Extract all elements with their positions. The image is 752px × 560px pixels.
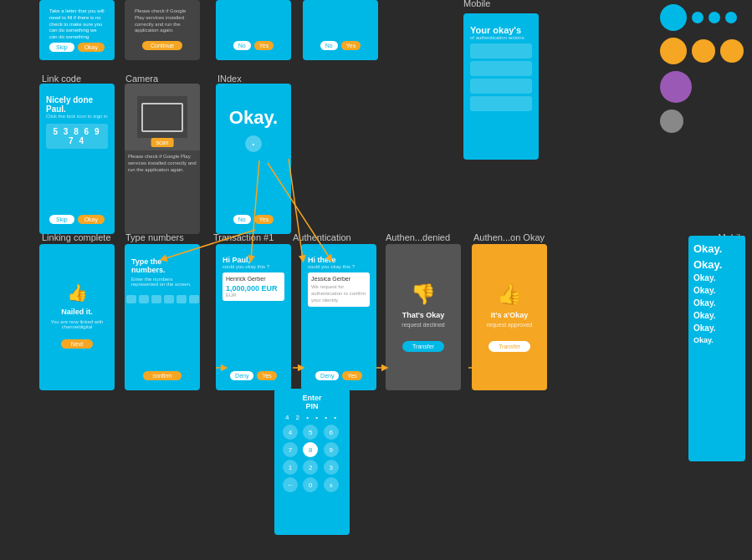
- pin-box: [139, 295, 149, 303]
- transaction-title: Hi Paul,: [223, 256, 284, 264]
- card-type-numbers: Type the numbers. Enter the numbers repr…: [125, 244, 200, 390]
- card-top-4: No Yes: [303, 0, 378, 60]
- thats-okay-title: That's Okay: [402, 311, 445, 319]
- pin-box: [176, 295, 187, 303]
- key-8[interactable]: 8: [303, 442, 318, 457]
- link-code-title: Nicely done Paul.: [46, 95, 108, 114]
- btn-yes-idx[interactable]: Yes: [254, 215, 274, 224]
- label-type-numbers: Type numbers: [125, 232, 184, 242]
- card-camera: scan Please check if Google Play service…: [125, 84, 200, 234]
- okay-line-7: Okay.: [693, 323, 740, 333]
- circle-gray: [660, 109, 683, 133]
- key-2[interactable]: 2: [303, 460, 318, 475]
- camera-btn[interactable]: scan: [151, 138, 174, 147]
- circle-yellow-3: [720, 39, 744, 63]
- index-dot: •: [245, 135, 262, 152]
- card-link-code: Nicely done Paul. Click the lock icon to…: [39, 84, 115, 234]
- btn-continue[interactable]: Continue: [142, 41, 182, 50]
- type-numbers-title: Type the numbers.: [131, 257, 193, 274]
- btn-transfer-okay[interactable]: Transfer: [489, 341, 530, 352]
- btn-okay-tr[interactable]: Yes: [257, 371, 276, 380]
- card-authen-denied: 👎 That's Okay request declined Transfer: [386, 244, 461, 390]
- pin-boxes-type: [126, 295, 199, 303]
- card-authen-okay: 👍 It's a'Okay request approved Transfer: [472, 244, 547, 390]
- okay-line-8: Okay.: [693, 336, 740, 345]
- circle-cyan-large: [660, 4, 687, 31]
- btn-next-lc[interactable]: Next: [61, 339, 93, 349]
- transaction-name: Henrick Gerber: [226, 276, 281, 282]
- thumbs-down-icon: 👎: [411, 283, 436, 306]
- okay-line-1: Okay.: [693, 242, 740, 256]
- nailed-it-subtitle: You are now linked with channeldigital: [46, 319, 108, 329]
- okay-line-4: Okay.: [693, 286, 740, 296]
- btn-no[interactable]: No: [233, 41, 251, 50]
- label-authen-okay: Authen...on Okay: [473, 232, 545, 242]
- pin-box: [126, 295, 136, 303]
- auth-name: Jessica Gerber: [311, 276, 366, 282]
- list-item: [470, 43, 532, 59]
- card-top-2-text: Please check if Google Play services ins…: [131, 7, 193, 36]
- mobile-top-container: Mobile Your okay's of authentication act…: [463, 0, 539, 159]
- card-top-1-text: Take a letter that you will need to fill…: [46, 7, 108, 43]
- circle-cyan-sm1: [692, 12, 703, 23]
- transaction-eur: EUR: [226, 293, 281, 298]
- circle-row-2: [660, 38, 744, 64]
- circle-row-3: [660, 71, 744, 103]
- key-1[interactable]: 1: [283, 460, 298, 475]
- key-x[interactable]: x: [324, 477, 339, 492]
- label-link-code: Link code: [42, 74, 81, 84]
- mobile-top-subtitle: of authentication actions: [470, 35, 532, 40]
- key-7[interactable]: 7: [283, 442, 298, 457]
- index-title: Okay.: [229, 107, 278, 129]
- btn-skip-lc[interactable]: Skip: [49, 215, 74, 224]
- key-0[interactable]: 0: [303, 477, 318, 492]
- card-top-1: Take a letter that you will need to fill…: [39, 0, 115, 60]
- label-linking-complete: Linking complete: [42, 232, 111, 242]
- btn-no-idx[interactable]: No: [233, 215, 251, 224]
- key-6[interactable]: 6: [324, 425, 339, 440]
- key-4[interactable]: 4: [283, 425, 298, 440]
- transaction-subtitle: could you okay this ?: [223, 264, 284, 269]
- key-5[interactable]: 5: [303, 425, 318, 440]
- btn-deny-auth[interactable]: Deny: [315, 371, 339, 380]
- card-top-2: Please check if Google Play services ins…: [125, 0, 200, 60]
- btn-okay-auth[interactable]: Yes: [342, 371, 361, 380]
- auth-subtitle: could you okay this ?: [308, 264, 370, 269]
- circle-cyan-sm2: [709, 12, 720, 23]
- btn-transfer-denied[interactable]: Transfer: [402, 341, 444, 352]
- its-okay-title: It's a'Okay: [491, 311, 528, 319]
- list-item: [470, 79, 532, 94]
- okay-line-5: Okay.: [693, 298, 740, 308]
- card-authentication: Hi there could you okay this ? Jessica G…: [301, 244, 376, 390]
- btn-okay-1[interactable]: Okay: [78, 43, 105, 52]
- mobile-top-label: Mobile: [463, 0, 490, 8]
- label-transaction: Transaction #1: [213, 232, 274, 242]
- key-9[interactable]: 9: [324, 442, 339, 457]
- auth-title: Hi there: [308, 256, 370, 264]
- btn-skip[interactable]: Skip: [49, 43, 74, 52]
- transaction-amount: 1,000,000 EUR: [226, 284, 281, 293]
- link-code-numbers: 5 3 8 6 9 7 4: [46, 124, 108, 149]
- key-back[interactable]: ←: [283, 477, 298, 492]
- list-item: [470, 61, 532, 76]
- circle-cyan-sm3: [725, 12, 737, 23]
- key-3[interactable]: 3: [324, 460, 339, 475]
- card-index: Okay. • No Yes: [216, 84, 291, 234]
- thumbs-up-icon-okay: 👍: [497, 283, 522, 306]
- okay-line-2: Okay.: [693, 258, 740, 272]
- main-canvas: Take a letter that you will need to fill…: [0, 0, 752, 560]
- its-okay-subtitle: request approved: [487, 322, 532, 328]
- label-authentication: Authentication: [293, 232, 351, 242]
- btn-okay-lc[interactable]: Okay: [78, 215, 105, 224]
- enter-pin-title2: PIN: [279, 402, 345, 410]
- type-numbers-subtitle: Enter the numbers represented on the scr…: [131, 277, 193, 287]
- label-index: INdex: [217, 74, 242, 84]
- card-enter-pin: Enter PIN 4 2 • • • • 4 5 6 7 8 9 1 2 3 …: [274, 389, 350, 535]
- btn-yes[interactable]: Yes: [254, 41, 274, 50]
- link-code-subtitle: Click the lock icon to sign in: [46, 114, 108, 119]
- btn-deny-tr[interactable]: Deny: [230, 371, 253, 380]
- btn-no-2[interactable]: No: [320, 41, 338, 50]
- card-top-3: No Yes: [216, 0, 291, 60]
- btn-yes-2[interactable]: Yes: [341, 41, 361, 50]
- btn-confirm-tn[interactable]: confirm: [143, 371, 182, 380]
